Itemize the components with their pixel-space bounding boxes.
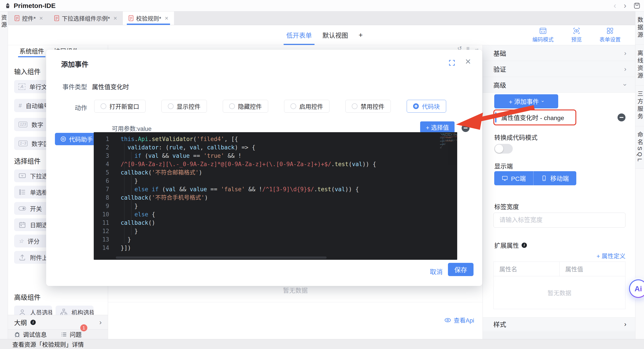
view-tab[interactable]: 默认视图 [322, 25, 348, 45]
view-bar: 低开表单默认视图+ 编码模式预览表单设置 [8, 25, 635, 45]
code-mode-toggle[interactable] [494, 144, 513, 154]
action-option[interactable]: 显示控件 [162, 100, 207, 113]
sidebar-tab-system[interactable]: 系统组件 [20, 46, 44, 58]
action-option-label: 显示控件 [177, 102, 200, 111]
section-basic[interactable]: 基础› [483, 45, 635, 61]
action-option[interactable]: 代码块 [407, 100, 446, 113]
sidebar-section-title: 高级组件 [14, 292, 102, 302]
code-line: 4/^[0-9A-Za-z][\.-_0-9A-Za-z]*@[0-9A-Za-… [94, 160, 457, 168]
chevron-down-icon: › [622, 84, 629, 86]
code-assistant-button[interactable]: 代码助手 [55, 133, 98, 145]
fullscreen-icon[interactable] [448, 59, 456, 67]
outline-bar[interactable]: 大纲 i › [8, 315, 108, 330]
properties-panel: 基础› 验证› 高级› + 添加事件› 属性值变化时 - change 转换成代… [482, 45, 635, 339]
line-number: 9 [94, 202, 116, 210]
action-option-label: 打开新窗口 [110, 102, 139, 111]
doc-icon [54, 15, 59, 21]
section-style[interactable]: 样式› [483, 317, 635, 331]
code-line: 2 validator: (rule, val, callback) => { [94, 143, 457, 152]
resource-strip-tab[interactable]: 离线资源 [636, 45, 644, 85]
attr-definition-link[interactable]: + 属性定义 [596, 251, 626, 260]
add-view-button[interactable]: + [358, 31, 363, 39]
code-line: 8callback('不符合手机号格式') [94, 193, 457, 202]
toggle-icon [18, 205, 26, 212]
editor-tab[interactable]: 校验规则*× [123, 11, 174, 25]
section-validation[interactable]: 验证› [483, 61, 635, 77]
line-number: 11 [94, 219, 116, 227]
add-event-button[interactable]: + 添加事件› [494, 94, 558, 108]
remove-event-icon[interactable] [618, 113, 626, 121]
cancel-button[interactable]: 取消 [430, 267, 443, 276]
nav-back-icon[interactable]: ‹ [614, 2, 616, 10]
editor-minimap[interactable]: this.Api.setValidator('filed4', [{ valid… [439, 132, 457, 165]
resource-strip-tab[interactable]: 命名SQL [636, 126, 644, 169]
code-text: callback() [121, 219, 155, 227]
tab-close-icon[interactable]: × [39, 15, 43, 22]
sidebar-item-label: 评分 [28, 237, 40, 245]
chevron-right-icon: › [624, 49, 626, 57]
resource-strip-tab[interactable]: 三方服务 [636, 85, 644, 126]
primeton-ide-window: Primeton-IDE ‹ › 资源 控件*×下拉选择组件示例*×校验规则*×… [0, 0, 644, 349]
code-text: } [121, 177, 138, 185]
radio-icon [168, 103, 174, 109]
line-number: 10 [94, 210, 116, 219]
close-icon[interactable]: × [465, 57, 471, 66]
issues-button[interactable]: 问题 1 [61, 330, 82, 339]
assistant-icon [60, 136, 66, 142]
code-window-icon [540, 27, 546, 34]
code-text: /^[0-9A-Za-z][\.-_0-9A-Za-z]*@[0-9A-Za-z… [121, 160, 376, 168]
label-width-label: 标签宽度 [494, 202, 519, 211]
line-number: 1 [94, 135, 116, 143]
event-item-highlighted[interactable]: 属性值变化时 - change [493, 109, 576, 125]
action-option[interactable]: 禁用控件 [346, 100, 391, 113]
view-api-link[interactable]: 查看Api [444, 316, 474, 324]
line-number: 2 [94, 143, 116, 152]
mobile-side-button[interactable]: 移动端 [533, 171, 576, 185]
eye-icon [444, 318, 451, 322]
code-text: else { [121, 210, 155, 219]
ext-attr-table: 属性名 属性值 暂无数据 [493, 262, 626, 309]
resource-rail[interactable]: 资源 [0, 11, 8, 339]
save-icon[interactable] [634, 3, 640, 9]
code-mode-label: 转换成代码模式 [494, 133, 538, 142]
label-width-input[interactable] [493, 213, 626, 228]
editor-tab-label: 下拉选择组件示例* [62, 14, 110, 22]
section-advanced[interactable]: 高级› [483, 77, 635, 93]
code-editor[interactable]: 1this.Api.setValidator('filed4', [{2 val… [94, 132, 457, 260]
debug-info-button[interactable]: 调试信息 [14, 330, 47, 339]
editor-tab[interactable]: 下拉选择组件示例*× [48, 11, 122, 25]
select-value-button[interactable]: + 选择值 [420, 121, 454, 133]
sidebar-item-label: 数字 [31, 120, 43, 129]
nav-forward-icon[interactable]: › [624, 2, 626, 10]
tool-code-window[interactable]: 编码模式 [532, 27, 554, 43]
chevron-down-icon: › [540, 100, 546, 102]
status-text: 查看资源「校验规则」详情 [12, 340, 84, 349]
resource-strip-tab[interactable]: 数据源 [636, 11, 644, 45]
radio-icon [413, 103, 419, 109]
tab-strip: 控件*×下拉选择组件示例*×校验规则*× [8, 11, 635, 25]
indent-guide [131, 152, 132, 235]
editor-tab[interactable]: 控件*× [9, 11, 48, 25]
add-event-modal: 添加事件 × 事件类型 属性值变化时 动作 打开新窗口显示控件隐藏控件启用控件禁… [46, 49, 482, 286]
action-option[interactable]: 启用控件 [284, 100, 330, 113]
view-tab[interactable]: 低开表单 [286, 25, 312, 45]
code-line: 12 } [94, 227, 457, 235]
tool-form-settings[interactable]: 表单设置 [600, 27, 620, 43]
action-option[interactable]: 隐藏控件 [223, 100, 268, 113]
action-option[interactable]: 打开新窗口 [94, 100, 146, 113]
tab-close-icon[interactable]: × [165, 15, 168, 22]
code-line: 1this.Api.setValidator('filed4', [{ [94, 135, 457, 143]
save-button[interactable]: 保存 [448, 263, 474, 276]
pc-side-button[interactable]: PC端 [494, 171, 533, 185]
canvas-empty-text: 暂无数据 [108, 286, 482, 295]
tab-close-icon[interactable]: × [114, 15, 117, 22]
debug-bar: 调试信息 问题 1 [8, 330, 108, 339]
line-number: 6 [94, 177, 116, 185]
code-text: callback('不符合手机号格式') [121, 193, 208, 202]
editor-hscrollbar[interactable] [116, 257, 327, 259]
remove-action-icon[interactable] [462, 124, 470, 132]
tool-eye-scan[interactable]: 预览 [571, 27, 582, 43]
radio-icon [290, 103, 296, 109]
modal-title: 添加事件 [61, 59, 88, 69]
line-number: 14 [94, 244, 116, 252]
